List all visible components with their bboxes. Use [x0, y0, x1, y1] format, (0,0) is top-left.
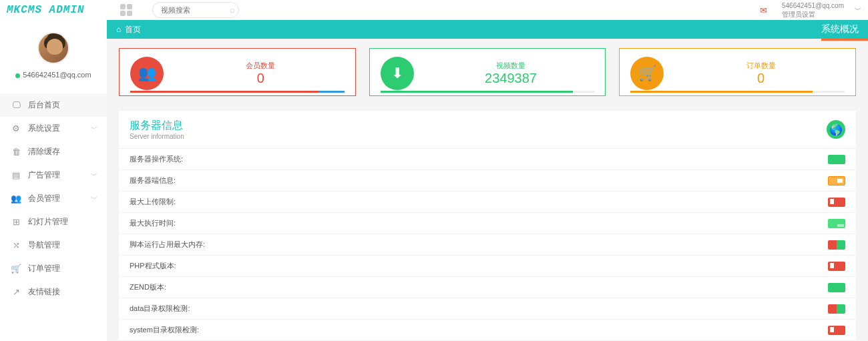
page-title: 系统概况 [821, 23, 859, 35]
avatar[interactable] [37, 32, 69, 64]
server-info-panel: 服务器信息 Server information 🌎 服务器操作系统: 服务器端… [119, 111, 856, 341]
mail-icon[interactable]: ✉ [755, 2, 771, 18]
user-info: 546642451@qq.com 管理员设置 [782, 1, 844, 19]
image-icon: ▤ [11, 170, 21, 180]
status-badge: 546642451@qq.com [0, 71, 107, 79]
brand-logo: MKCMS ADMIN [7, 4, 107, 16]
home-icon[interactable]: ⌂ [116, 25, 121, 34]
chevron-down-icon: ﹀ [91, 171, 97, 180]
search-icon[interactable]: ⌕ [230, 5, 235, 15]
cart-icon: 🛒 [11, 264, 21, 274]
info-zend: ZEND版本: [119, 277, 856, 298]
panel-subtitle: Server information [130, 133, 184, 140]
info-php: PHP程式版本: [119, 256, 856, 277]
panel-title: 服务器信息 [130, 119, 184, 133]
users-icon: 👥 [130, 57, 164, 90]
sidebar: 546642451@qq.com 🖵后台首页 ⚙系统设置﹀ 🗑清除缓存 ▤广告管… [0, 20, 107, 341]
breadcrumb-home[interactable]: 首页 [125, 24, 141, 35]
info-upload: 最大上传限制: [119, 192, 856, 213]
chevron-down-icon: ﹀ [91, 124, 97, 133]
stat-videos[interactable]: ⬇ 视频数量 2349387 [369, 48, 606, 96]
sidebar-item-cache[interactable]: 🗑清除缓存 [0, 140, 107, 163]
monitor-icon: 🖵 [11, 100, 21, 110]
stat-members[interactable]: 👥 会员数量 0 [119, 48, 356, 96]
grid-icon: ⊞ [11, 217, 21, 227]
sidebar-item-links[interactable]: ↗友情链接 [0, 280, 107, 304]
info-port: 服务器端信息: [119, 170, 856, 192]
chevron-down-icon[interactable]: ﹀ [855, 5, 861, 15]
sidebar-item-navigation[interactable]: ⤭导航管理 [0, 234, 107, 257]
external-link-icon: ↗ [11, 287, 21, 297]
download-icon: ⬇ [381, 57, 414, 90]
sidebar-item-members[interactable]: 👥会员管理﹀ [0, 187, 107, 210]
shuffle-icon: ⤭ [11, 240, 21, 250]
info-sysperm: system目录权限检测: [119, 320, 856, 341]
gear-icon: ⚙ [11, 123, 21, 133]
globe-icon: 🌎 [827, 120, 845, 139]
sidebar-item-slides[interactable]: ⊞幻灯片管理 [0, 210, 107, 234]
apps-grid-icon[interactable] [120, 4, 132, 16]
info-os: 服务器操作系统: [119, 149, 856, 170]
search-input[interactable] [152, 2, 239, 18]
cart-icon: 🛒 [630, 57, 664, 90]
users-icon: 👥 [11, 194, 21, 204]
sidebar-item-system[interactable]: ⚙系统设置﹀ [0, 117, 107, 140]
trash-icon: 🗑 [11, 147, 21, 157]
chevron-down-icon: ﹀ [91, 194, 97, 204]
sidebar-item-orders[interactable]: 🛒订单管理 [0, 257, 107, 280]
info-memory: 脚本运行占用最大内存: [119, 234, 856, 256]
breadcrumb: ⌂ 首页 系统概况 [107, 20, 868, 39]
stat-orders[interactable]: 🛒 订单数量 0 [619, 48, 856, 96]
info-dataperm: data目录权限检测: [119, 298, 856, 320]
search-box: ⌕ [152, 2, 239, 18]
sidebar-item-ads[interactable]: ▤广告管理﹀ [0, 163, 107, 187]
sidebar-item-dashboard[interactable]: 🖵后台首页 [0, 93, 107, 117]
info-exec: 最大执行时间: [119, 213, 856, 234]
